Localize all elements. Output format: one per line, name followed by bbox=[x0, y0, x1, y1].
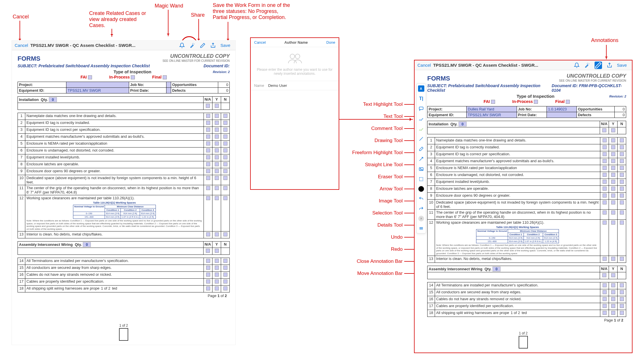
selection-tool-icon[interactable] bbox=[418, 176, 424, 182]
n-checkbox[interactable] bbox=[620, 283, 624, 287]
n-checkbox[interactable] bbox=[223, 176, 227, 180]
na-checkbox[interactable] bbox=[206, 169, 210, 173]
na-checkbox[interactable] bbox=[206, 128, 210, 132]
n-checkbox[interactable] bbox=[223, 279, 227, 284]
arrow-tool-icon[interactable] bbox=[418, 156, 424, 162]
move-handle-icon[interactable] bbox=[418, 225, 424, 231]
na-checkbox[interactable] bbox=[206, 286, 210, 290]
na-checkbox[interactable] bbox=[603, 290, 607, 294]
drawing-tool-icon[interactable] bbox=[418, 116, 424, 122]
y-checkbox[interactable] bbox=[611, 194, 615, 198]
y-checkbox[interactable] bbox=[611, 311, 615, 315]
n-checkbox[interactable] bbox=[223, 135, 227, 139]
n-checkbox[interactable] bbox=[620, 145, 624, 149]
pencil-icon[interactable] bbox=[200, 43, 206, 48]
y-checkbox[interactable] bbox=[215, 273, 219, 277]
share-icon[interactable] bbox=[210, 43, 216, 48]
n-checkbox[interactable] bbox=[223, 259, 227, 263]
n-checkbox[interactable] bbox=[223, 286, 227, 290]
y-checkbox[interactable] bbox=[215, 162, 219, 166]
na-checkbox[interactable] bbox=[603, 283, 607, 287]
inprocess-option[interactable]: In-Process bbox=[109, 75, 130, 79]
n-checkbox[interactable] bbox=[620, 221, 624, 225]
na-checkbox[interactable] bbox=[603, 200, 607, 204]
n-checkbox[interactable] bbox=[223, 128, 227, 132]
na-checkbox[interactable] bbox=[603, 194, 607, 198]
y-checkbox[interactable] bbox=[215, 176, 219, 180]
page-indicator[interactable]: 1 of 2 bbox=[119, 323, 128, 341]
n-checkbox[interactable] bbox=[223, 186, 227, 190]
na-checkbox[interactable] bbox=[603, 187, 607, 191]
na-checkbox[interactable] bbox=[603, 311, 607, 315]
y-checkbox[interactable] bbox=[215, 135, 219, 139]
n-checkbox[interactable] bbox=[620, 180, 624, 184]
y-checkbox[interactable] bbox=[611, 290, 615, 294]
n-checkbox[interactable] bbox=[620, 311, 624, 315]
n-checkbox[interactable] bbox=[223, 121, 227, 125]
n-checkbox[interactable] bbox=[620, 138, 624, 142]
undo-icon[interactable] bbox=[418, 196, 424, 202]
na-checkbox[interactable] bbox=[603, 210, 607, 215]
n-checkbox[interactable] bbox=[620, 210, 624, 215]
n-checkbox[interactable] bbox=[223, 273, 227, 277]
y-checkbox[interactable] bbox=[611, 152, 615, 156]
na-all-checkbox[interactable] bbox=[206, 104, 210, 108]
y-checkbox[interactable] bbox=[215, 155, 219, 159]
fai-option-r[interactable]: FAI bbox=[484, 99, 490, 104]
project-input[interactable] bbox=[66, 82, 129, 88]
na-all2-checkbox[interactable] bbox=[206, 249, 210, 253]
n-checkbox[interactable] bbox=[223, 266, 227, 270]
final-option-r[interactable]: Final bbox=[555, 99, 565, 104]
y-checkbox[interactable] bbox=[215, 232, 219, 236]
bell-icon-r[interactable] bbox=[574, 62, 580, 68]
printdate-input[interactable] bbox=[166, 88, 171, 93]
na-checkbox[interactable] bbox=[206, 155, 210, 159]
pencil-icon-active[interactable] bbox=[595, 62, 602, 69]
n-checkbox[interactable] bbox=[223, 114, 227, 118]
y-checkbox[interactable] bbox=[215, 141, 219, 146]
na-checkbox[interactable] bbox=[603, 297, 607, 301]
y-checkbox[interactable] bbox=[215, 121, 219, 125]
project-input-r[interactable]: Dulles Rail Yard bbox=[467, 106, 517, 112]
n-checkbox[interactable] bbox=[223, 141, 227, 146]
y-all-r-checkbox[interactable] bbox=[611, 128, 615, 132]
na-checkbox[interactable] bbox=[206, 135, 210, 139]
text-highlight-icon[interactable]: A bbox=[418, 85, 424, 92]
page-indicator-r[interactable]: 1 of 2 bbox=[519, 331, 528, 349]
na-checkbox[interactable] bbox=[603, 138, 607, 142]
y-checkbox[interactable] bbox=[215, 114, 219, 118]
inprocess-checkbox-r[interactable] bbox=[534, 100, 538, 104]
y-checkbox[interactable] bbox=[611, 221, 615, 225]
na-checkbox[interactable] bbox=[603, 257, 607, 261]
bell-icon[interactable] bbox=[179, 43, 185, 48]
na-checkbox[interactable] bbox=[603, 159, 607, 163]
equipid-input[interactable]: TPSS21.MV SWGR bbox=[66, 88, 129, 93]
freeform-highlight-icon[interactable] bbox=[418, 126, 424, 132]
y-checkbox[interactable] bbox=[611, 180, 615, 184]
na-checkbox[interactable] bbox=[206, 176, 210, 180]
y-checkbox[interactable] bbox=[215, 128, 219, 132]
na-checkbox[interactable] bbox=[603, 173, 607, 177]
y-checkbox[interactable] bbox=[215, 186, 219, 190]
y-checkbox[interactable] bbox=[611, 200, 615, 204]
straight-line-icon[interactable] bbox=[418, 136, 424, 142]
cancel-button-r[interactable]: Cancel bbox=[417, 63, 431, 68]
author-done-button[interactable]: Done bbox=[326, 40, 335, 45]
text-tool-icon[interactable]: T| bbox=[418, 95, 424, 102]
n-checkbox[interactable] bbox=[620, 166, 624, 170]
n-checkbox[interactable] bbox=[620, 200, 624, 204]
y-checkbox[interactable] bbox=[215, 259, 219, 263]
n-checkbox[interactable] bbox=[223, 232, 227, 236]
fai-checkbox[interactable] bbox=[88, 75, 92, 79]
na-checkbox[interactable] bbox=[206, 196, 210, 200]
final-checkbox-r[interactable] bbox=[566, 100, 570, 104]
y-checkbox[interactable] bbox=[611, 283, 615, 287]
y-checkbox[interactable] bbox=[215, 266, 219, 270]
y-all2-r-checkbox[interactable] bbox=[611, 273, 615, 277]
y-checkbox[interactable] bbox=[215, 169, 219, 173]
author-name-input[interactable]: Demo User bbox=[268, 83, 287, 88]
magic-wand-icon[interactable] bbox=[189, 43, 195, 48]
jobno-input[interactable] bbox=[166, 82, 171, 88]
na-checkbox[interactable] bbox=[603, 166, 607, 170]
installation-qty[interactable]: 0 bbox=[49, 97, 57, 102]
